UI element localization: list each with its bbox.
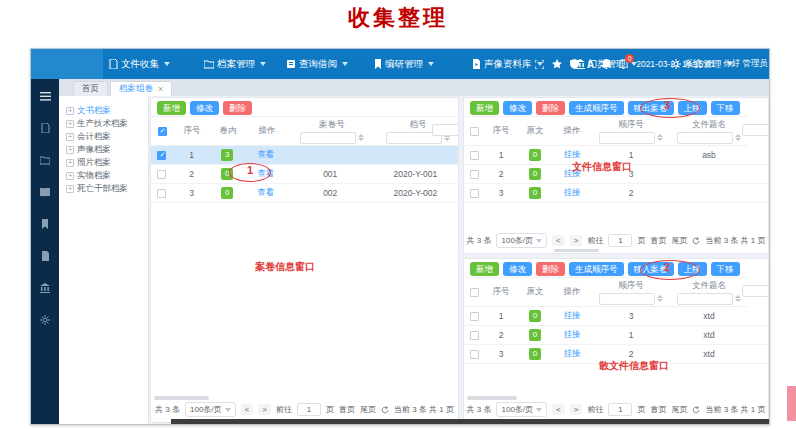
first-page-link[interactable]: 首页 bbox=[650, 235, 666, 246]
move-down-button[interactable]: 下移 bbox=[711, 262, 740, 276]
horizontal-scrollbar[interactable] bbox=[554, 249, 599, 252]
expand-icon[interactable] bbox=[66, 133, 74, 141]
table-row[interactable]: 3 0 挂接 2 bbox=[464, 184, 768, 203]
page-size-select[interactable]: 100条/页 bbox=[185, 402, 236, 417]
last-page-link[interactable]: 尾页 bbox=[671, 404, 687, 415]
user-greeting[interactable]: 你好 管理员 bbox=[723, 58, 768, 70]
shield-icon[interactable] bbox=[570, 59, 579, 69]
next-page-button[interactable]: > bbox=[570, 235, 583, 246]
last-page-link[interactable]: 尾页 bbox=[671, 235, 687, 246]
tree-item-physical-archive[interactable]: 实物档案 bbox=[66, 169, 148, 182]
attach-link[interactable]: 挂接 bbox=[564, 310, 581, 322]
edit-button[interactable]: 修改 bbox=[503, 101, 532, 115]
page-input[interactable] bbox=[608, 234, 632, 247]
refresh-icon[interactable] bbox=[381, 406, 389, 414]
move-down-button[interactable]: 下移 bbox=[711, 101, 740, 115]
expand-icon[interactable] bbox=[66, 146, 74, 154]
delete-button[interactable]: 删除 bbox=[223, 101, 252, 115]
last-page-link[interactable]: 尾页 bbox=[360, 404, 376, 415]
file-no-filter-input[interactable] bbox=[300, 132, 356, 144]
select-all-checkbox[interactable] bbox=[158, 127, 167, 136]
row-checkbox[interactable] bbox=[470, 350, 479, 359]
media-file-icon[interactable] bbox=[41, 247, 50, 265]
delete-button[interactable]: 删除 bbox=[536, 262, 565, 276]
tab-home[interactable]: 首页 bbox=[73, 81, 108, 96]
order-no-filter-input[interactable] bbox=[599, 293, 655, 305]
table-row[interactable]: 1 0 挂接 3 xtd bbox=[464, 307, 768, 326]
prev-page-button[interactable]: < bbox=[241, 404, 254, 415]
tree-item-document-archive[interactable]: 文书档案 bbox=[66, 104, 148, 117]
prev-page-button[interactable]: < bbox=[552, 235, 565, 246]
sort-arrows-icon[interactable] bbox=[358, 134, 364, 141]
sort-arrows-icon[interactable] bbox=[657, 134, 663, 141]
sort-arrows-icon[interactable] bbox=[657, 295, 663, 302]
expand-icon[interactable] bbox=[66, 120, 74, 128]
table-row[interactable]: 2 0 挂接 1 xtd bbox=[464, 326, 768, 345]
expand-icon[interactable] bbox=[66, 172, 74, 180]
edit-button[interactable]: 修改 bbox=[190, 101, 219, 115]
add-button[interactable]: 新增 bbox=[470, 262, 499, 276]
tree-item-production-tech-archive[interactable]: 生产技术档案 bbox=[66, 117, 148, 130]
expand-icon[interactable] bbox=[66, 107, 74, 115]
add-button[interactable]: 新增 bbox=[470, 101, 499, 115]
generate-order-button[interactable]: 生成顺序号 bbox=[569, 101, 624, 115]
hamburger-menu-icon[interactable] bbox=[40, 87, 51, 105]
page-input[interactable] bbox=[608, 403, 632, 416]
add-button[interactable]: 新增 bbox=[157, 101, 186, 115]
menu-query-borrow[interactable]: 查询借阅 bbox=[286, 58, 348, 71]
attach-link[interactable]: 挂接 bbox=[564, 348, 581, 360]
view-link[interactable]: 查看 bbox=[257, 149, 274, 161]
generate-order-button[interactable]: 生成顺序号 bbox=[569, 262, 624, 276]
next-page-button[interactable]: > bbox=[258, 404, 271, 415]
row-checkbox[interactable] bbox=[470, 170, 479, 179]
document-icon[interactable] bbox=[41, 119, 50, 137]
tree-item-av-archive[interactable]: 声像档案 bbox=[66, 143, 148, 156]
page-size-select[interactable]: 100条/页 bbox=[496, 402, 547, 417]
row-checkbox[interactable] bbox=[470, 312, 479, 321]
row-checkbox[interactable] bbox=[470, 189, 479, 198]
table-row[interactable]: 1 3 查看 bbox=[151, 146, 458, 165]
tree-item-photo-archive[interactable]: 照片档案 bbox=[66, 156, 148, 169]
edit-button[interactable]: 修改 bbox=[503, 262, 532, 276]
page-size-select[interactable]: 100条/页 bbox=[496, 233, 547, 248]
row-checkbox[interactable] bbox=[157, 189, 166, 198]
title-filter-input[interactable] bbox=[677, 132, 733, 144]
expand-icon[interactable] bbox=[66, 159, 74, 167]
sort-arrows-icon[interactable] bbox=[735, 295, 741, 302]
tree-item-deceased-cadre-archive[interactable]: 死亡干部档案 bbox=[66, 182, 148, 195]
first-page-link[interactable]: 首页 bbox=[650, 404, 666, 415]
tab-archive-grouping[interactable]: 档案组卷 × bbox=[110, 81, 172, 96]
menu-archive-management[interactable]: 档案管理 bbox=[204, 58, 266, 71]
order-no-filter-input[interactable] bbox=[599, 132, 655, 144]
table-row[interactable]: 2 0 查看 001 2020-Y-001 bbox=[151, 165, 458, 184]
page-input[interactable] bbox=[297, 403, 321, 416]
cut-off-filter-input[interactable] bbox=[432, 124, 459, 136]
sort-arrows-icon[interactable] bbox=[735, 134, 741, 141]
horizontal-scrollbar[interactable] bbox=[467, 396, 517, 400]
prev-page-button[interactable]: < bbox=[552, 404, 565, 415]
row-checkbox[interactable] bbox=[470, 151, 479, 160]
table-row[interactable]: 3 0 查看 002 2020-Y-002 bbox=[151, 184, 458, 203]
bell-icon[interactable] bbox=[602, 59, 611, 69]
menu-av-library[interactable]: 声像资料库 bbox=[472, 58, 543, 71]
row-checkbox[interactable] bbox=[157, 151, 166, 160]
title-filter-input[interactable] bbox=[677, 293, 733, 305]
refresh-icon[interactable] bbox=[692, 406, 700, 414]
fullscreen-icon[interactable] bbox=[535, 60, 544, 69]
star-icon[interactable] bbox=[552, 59, 562, 69]
view-link[interactable]: 查看 bbox=[257, 187, 274, 199]
menu-file-collection[interactable]: 文件收集 bbox=[109, 58, 170, 71]
attach-link[interactable]: 挂接 bbox=[564, 187, 581, 199]
font-size-icon[interactable]: A bbox=[587, 59, 594, 70]
bookmark-icon[interactable] bbox=[41, 215, 49, 233]
attach-link[interactable]: 挂接 bbox=[564, 329, 581, 341]
select-all-checkbox[interactable] bbox=[470, 127, 479, 136]
cut-off-filter-input[interactable] bbox=[742, 285, 769, 297]
refresh-icon[interactable] bbox=[692, 237, 700, 245]
select-all-checkbox[interactable] bbox=[470, 288, 479, 297]
notification-bell-icon[interactable]: 0 bbox=[619, 59, 628, 69]
building-icon[interactable] bbox=[40, 279, 50, 297]
row-checkbox[interactable] bbox=[470, 331, 479, 340]
menu-compilation[interactable]: 编研管理 bbox=[374, 58, 434, 71]
close-icon[interactable]: × bbox=[158, 84, 163, 94]
